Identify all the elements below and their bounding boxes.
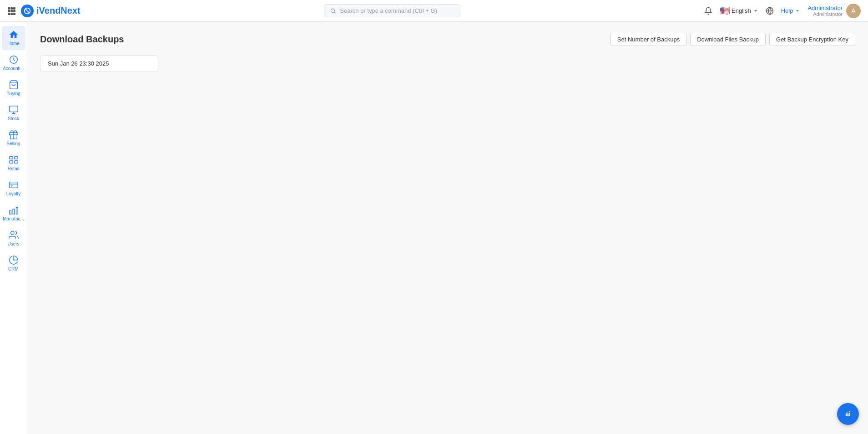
svg-rect-15 (9, 157, 12, 159)
language-label: English (732, 7, 751, 14)
svg-rect-1 (10, 7, 13, 10)
svg-rect-4 (10, 10, 13, 12)
date-card: Sun Jan 26 23:30 2025 (40, 55, 158, 72)
language-button[interactable]: 🇺🇸 English (720, 6, 758, 16)
chevron-down-icon (753, 8, 758, 14)
sidebar-item-crm[interactable]: CRM (2, 251, 25, 276)
sidebar-item-home-label: Home (7, 41, 20, 46)
main-layout: Home Accounti... Buying Stock Selling (0, 22, 868, 434)
navbar-left: iVendNext (7, 5, 81, 17)
header-actions: Set Number of Backups Download Files Bac… (611, 33, 855, 46)
logo-text: iVendNext (36, 5, 81, 16)
svg-rect-2 (13, 7, 15, 10)
sidebar-item-loyalty-label: Loyalty (6, 191, 21, 197)
svg-point-9 (331, 9, 335, 12)
flag-icon: 🇺🇸 (720, 6, 730, 16)
search-box[interactable]: Search or type a command (Ctrl + G) (324, 4, 460, 17)
sidebar-item-stock[interactable]: Stock (2, 101, 25, 125)
sidebar-item-buying[interactable]: Buying (2, 76, 25, 100)
notification-button[interactable] (704, 7, 712, 15)
sidebar-item-selling-label: Selling (6, 141, 20, 147)
retail-icon (9, 155, 19, 165)
svg-rect-18 (14, 161, 17, 163)
ai-fab-button[interactable]: ai (837, 403, 859, 425)
sidebar-item-loyalty[interactable]: Loyalty (2, 176, 25, 200)
logo-icon (21, 5, 34, 17)
sidebar-item-retail[interactable]: Retail (2, 151, 25, 175)
user-section[interactable]: Administrator Administrator A (807, 4, 861, 18)
get-backup-encryption-key-button[interactable]: Get Backup Encryption Key (769, 33, 855, 46)
sidebar-item-accounting-label: Accounti... (3, 66, 24, 71)
sidebar-item-stock-label: Stock (8, 116, 19, 122)
search-placeholder: Search or type a command (Ctrl + G) (340, 7, 437, 14)
help-chevron-icon (795, 8, 800, 14)
globe-icon (766, 7, 774, 15)
page-header: Download Backups Set Number of Backups D… (40, 33, 855, 46)
sidebar-item-buying-label: Buying (6, 91, 20, 97)
sidebar: Home Accounti... Buying Stock Selling (0, 22, 27, 434)
svg-rect-16 (14, 157, 17, 159)
user-role: Administrator (807, 11, 843, 17)
sidebar-item-accounting[interactable]: Accounti... (2, 51, 25, 75)
help-label: Help (781, 7, 793, 14)
navbar-center: Search or type a command (Ctrl + G) (86, 4, 699, 17)
manufacturing-icon (9, 205, 19, 215)
svg-rect-23 (16, 208, 18, 214)
navbar-right: 🇺🇸 English Help Administrator Administra… (704, 4, 861, 18)
sidebar-item-crm-label: CRM (8, 266, 19, 272)
cart-icon (9, 80, 19, 90)
loyalty-icon (9, 180, 19, 190)
grid-menu-button[interactable] (7, 7, 15, 15)
logo[interactable]: iVendNext (21, 5, 81, 17)
svg-rect-22 (13, 209, 15, 214)
sidebar-item-home[interactable]: Home (2, 26, 25, 50)
sidebar-item-manufacturing[interactable]: Manufac... (2, 201, 25, 225)
user-name: Administrator (807, 5, 843, 11)
svg-rect-7 (10, 13, 13, 15)
ai-fab-label: ai (845, 410, 851, 418)
sidebar-item-users-label: Users (7, 241, 19, 247)
svg-rect-17 (9, 161, 12, 163)
content-area: Download Backups Set Number of Backups D… (27, 22, 868, 434)
grid-icon (7, 7, 15, 15)
help-button[interactable]: Help (781, 7, 801, 14)
navbar: iVendNext Search or type a command (Ctrl… (0, 0, 868, 22)
svg-rect-8 (13, 13, 15, 15)
page-title: Download Backups (40, 34, 124, 45)
user-info: Administrator Administrator (807, 5, 843, 17)
download-files-backup-button[interactable]: Download Files Backup (690, 33, 766, 46)
svg-point-24 (10, 231, 14, 235)
globe-button[interactable] (766, 7, 774, 15)
avatar: A (846, 4, 861, 18)
sidebar-item-selling[interactable]: Selling (2, 126, 25, 150)
accounting-icon (9, 55, 19, 65)
svg-rect-19 (9, 182, 17, 188)
crm-icon (9, 255, 19, 265)
svg-rect-3 (8, 10, 10, 12)
svg-rect-21 (9, 211, 11, 214)
svg-rect-0 (8, 7, 10, 10)
stock-icon (9, 105, 19, 115)
date-entry: Sun Jan 26 23:30 2025 (48, 60, 109, 67)
users-icon (9, 230, 19, 240)
svg-rect-14 (9, 106, 17, 112)
svg-rect-6 (8, 13, 10, 15)
sidebar-item-manufacturing-label: Manufac... (3, 216, 24, 222)
home-icon (9, 30, 19, 40)
search-icon (330, 8, 336, 14)
set-number-of-backups-button[interactable]: Set Number of Backups (611, 33, 686, 46)
bell-icon (704, 7, 712, 15)
sidebar-item-retail-label: Retail (8, 166, 20, 172)
selling-icon (9, 130, 19, 140)
sidebar-item-users[interactable]: Users (2, 226, 25, 250)
svg-rect-5 (13, 10, 15, 12)
